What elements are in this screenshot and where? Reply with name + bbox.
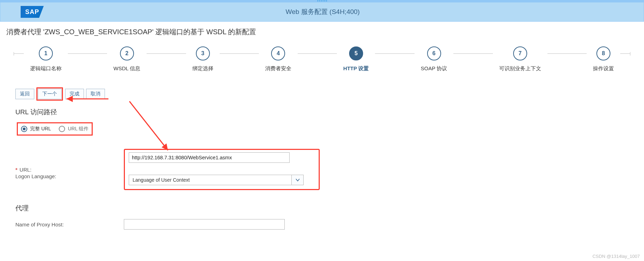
wizard-step-label: SOAP 协议 [415,65,454,72]
wizard-step-2[interactable]: 2 WSDL 信息 [107,46,147,72]
radio-label: 完整 URL [30,126,51,132]
wizard-step-number: 1 [39,46,53,60]
radio-full-url[interactable]: 完整 URL [21,126,51,132]
wizard-connector [375,53,414,54]
logon-language-combo: Language of User Context [129,175,304,185]
form-row-url: URL: Language of User Context [15,149,629,190]
finish-button[interactable]: 完成 [65,89,84,99]
wizard-connector [68,53,107,54]
section-title-url-access: URL 访问路径 [15,108,629,117]
wizard-lead-line [14,53,24,54]
logon-language-label: Logon Language: [15,173,124,179]
wizard-step-5[interactable]: 5 HTTP 设置 [337,46,375,72]
wizard-connector [147,53,186,54]
window-drag-handle-bar [0,0,644,2]
wizard-step-label: 绑定选择 [186,65,220,72]
wizard-step-label: 消费者安全 [259,65,298,72]
wizard-end-line [620,53,630,54]
sap-logo-text: SAP [25,8,39,16]
url-label: URL: [15,167,124,173]
wizard-step-6[interactable]: 6 SOAP 协议 [415,46,454,72]
back-button[interactable]: 返回 [15,89,34,99]
sap-logo: SAP [21,6,44,18]
wizard-step-number: 4 [271,46,285,60]
section-title-proxy: 代理 [15,204,629,213]
wizard-step-number: 7 [513,46,527,60]
wizard-step-number: 2 [120,46,134,60]
page-heading: 消费者代理 'ZWS_CO_WEB_SERVICE1SOAP' 逻辑端口的基于 … [0,22,644,42]
wizard-connector [453,53,493,54]
wizard-step-7[interactable]: 7 可识别业务上下文 [493,46,547,72]
wizard-step-4[interactable]: 4 消费者安全 [259,46,298,72]
wizard-step-label: 操作设置 [587,65,620,72]
form-row-logon-language-label-only: Logon Language: [15,173,629,179]
combo-dropdown-button[interactable] [292,175,304,185]
radio-label: URL 组件 [68,126,89,132]
chevron-down-icon [295,177,300,182]
url-input[interactable] [129,152,290,163]
wizard-step-1[interactable]: 1 逻辑端口名称 [24,46,68,72]
wizard-step-label: HTTP 设置 [337,65,375,72]
radio-icon [59,126,65,132]
wizard-steps: 1 逻辑端口名称 2 WSDL 信息 3 绑定选择 4 消费者安全 5 HTTP… [14,42,630,78]
proxy-host-label: Name of Proxy Host: [15,222,124,227]
wizard-step-3[interactable]: 3 绑定选择 [186,46,220,72]
header-bar: SAP Web 服务配置 (S4H;400) [0,2,644,22]
wizard-button-row: 返回 下一个 完成 取消 [15,87,629,101]
radio-url-components[interactable]: URL 组件 [59,126,89,132]
wizard-connector [220,53,259,54]
wizard-step-label: 可识别业务上下文 [493,65,547,72]
wizard-connector [547,53,587,54]
drag-handle-icon[interactable] [315,0,329,2]
wizard-step-label: 逻辑端口名称 [24,65,68,72]
url-mode-radio-group: 完整 URL URL 组件 [17,123,92,135]
wizard-step-label: WSDL 信息 [107,65,147,72]
proxy-host-input[interactable] [124,219,285,230]
cancel-button[interactable]: 取消 [86,89,105,99]
wizard-step-8[interactable]: 8 操作设置 [587,46,620,72]
wizard-step-number: 3 [196,46,210,60]
wizard-step-number: 6 [427,46,441,60]
annotation-highlight-box: Language of User Context [124,149,320,190]
wizard-connector [298,53,337,54]
logon-language-display[interactable]: Language of User Context [129,175,292,185]
page-title: Web 服务配置 (S4H;400) [44,7,644,16]
next-button[interactable]: 下一个 [38,89,62,99]
annotation-arrow-icon [115,98,185,157]
wizard-step-number: 8 [596,46,610,60]
radio-icon [21,126,27,132]
form-row-proxy-host: Name of Proxy Host: [15,219,629,230]
wizard-step-number: 5 [349,46,363,60]
